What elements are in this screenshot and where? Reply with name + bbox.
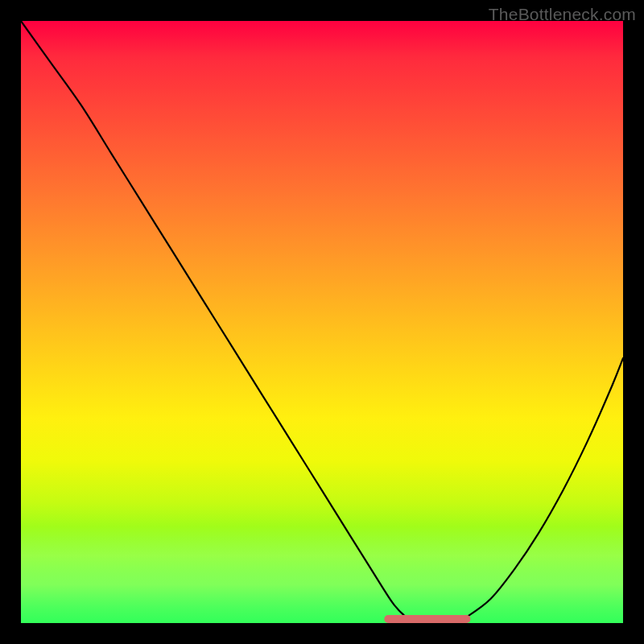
bottleneck-curve [21, 21, 623, 623]
chart-plot-area [21, 21, 623, 623]
curve-path [21, 21, 623, 623]
